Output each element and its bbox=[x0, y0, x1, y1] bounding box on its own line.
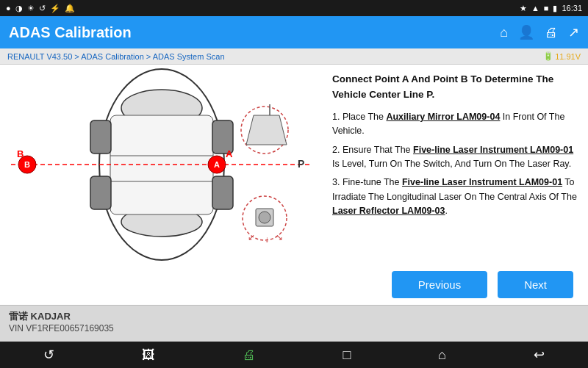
home-nav-icon[interactable]: ⌂ bbox=[438, 347, 446, 363]
step-2: 2. Ensure That The Five-line Laser Instr… bbox=[332, 143, 579, 172]
battery-voltage: 🔋 11.91V bbox=[543, 51, 581, 61]
status-icons-right: ★ ▲ ■ ▮ 16:31 bbox=[520, 4, 582, 13]
app-header: ADAS Calibration ⌂ 👤 🖨 ↗ bbox=[0, 16, 588, 48]
breadcrumb-text: RENAULT V43.50 > ADAS Calibration > ADAS… bbox=[7, 52, 225, 61]
home-icon[interactable]: ⌂ bbox=[500, 25, 508, 40]
svg-text:↘: ↘ bbox=[276, 232, 283, 242]
vehicle-info-panel: 雷诺 KADJAR VIN VF1RFE00657169035 bbox=[0, 305, 588, 342]
print-icon[interactable]: 🖨 bbox=[545, 25, 558, 40]
print-nav-icon[interactable]: 🖨 bbox=[243, 347, 256, 363]
app-icon-3: ☀ bbox=[27, 4, 35, 13]
battery-icon: ▮ bbox=[553, 4, 557, 13]
main-content: A A B B P ↙ bbox=[0, 65, 588, 264]
status-icons-left: ● ◑ ☀ ↺ ⚡ 🔔 bbox=[6, 4, 75, 13]
voltage-value: 11.91V bbox=[555, 52, 581, 61]
next-button[interactable]: Next bbox=[498, 271, 573, 298]
app-icon-2: ◑ bbox=[15, 4, 23, 13]
app-icon-1: ● bbox=[6, 4, 11, 12]
svg-text:A: A bbox=[226, 148, 233, 159]
breadcrumb: RENAULT V43.50 > ADAS Calibration > ADAS… bbox=[0, 48, 588, 65]
svg-marker-19 bbox=[246, 115, 287, 145]
navigation-buttons: Previous Next bbox=[0, 264, 588, 305]
svg-rect-9 bbox=[212, 176, 233, 209]
app-icon-4: ↺ bbox=[39, 4, 46, 13]
image-nav-icon[interactable]: 🖼 bbox=[142, 347, 155, 363]
instructions-panel: Connect Point A And Point B To Determine… bbox=[323, 65, 588, 264]
step-1: 1. Place The Auxiliary Mirror LAM09-04 I… bbox=[332, 110, 579, 139]
signal-icon: ■ bbox=[544, 4, 549, 12]
step-3: 3. Fine-tune The Five-line Laser Instrum… bbox=[332, 176, 579, 218]
svg-point-23 bbox=[259, 212, 270, 223]
bottom-navigation[interactable]: ↺ 🖼 🖨 □ ⌂ ↩ bbox=[0, 342, 588, 368]
svg-text:↓: ↓ bbox=[265, 234, 269, 245]
svg-text:B: B bbox=[17, 148, 24, 159]
bluetooth-icon: ★ bbox=[520, 4, 527, 13]
app-title: ADAS Calibration bbox=[9, 24, 132, 41]
svg-rect-7 bbox=[90, 176, 111, 209]
export-icon[interactable]: ↗ bbox=[568, 24, 579, 40]
diagram-panel: A A B B P ↙ bbox=[0, 65, 323, 264]
app-icon-5: ⚡ bbox=[50, 4, 60, 13]
time-display: 16:31 bbox=[562, 4, 582, 12]
square-nav-icon[interactable]: □ bbox=[343, 347, 351, 363]
refresh-nav-icon[interactable]: ↺ bbox=[43, 347, 54, 363]
status-bar: ● ◑ ☀ ↺ ⚡ 🔔 ★ ▲ ■ ▮ 16:31 bbox=[0, 0, 588, 16]
app-icon-6: 🔔 bbox=[65, 4, 75, 13]
wifi-icon: ▲ bbox=[531, 4, 539, 12]
svg-text:P: P bbox=[298, 158, 304, 170]
battery-status-icon: 🔋 bbox=[543, 51, 553, 61]
header-icon-group: ⌂ 👤 🖨 ↗ bbox=[500, 24, 579, 40]
svg-text:B: B bbox=[24, 160, 30, 169]
instructions-title: Connect Point A And Point B To Determine… bbox=[332, 72, 579, 103]
vehicle-vin: VIN VF1RFE00657169035 bbox=[9, 323, 579, 333]
svg-text:A: A bbox=[214, 160, 220, 169]
svg-text:↙: ↙ bbox=[248, 232, 255, 242]
back-nav-icon[interactable]: ↩ bbox=[534, 347, 545, 363]
car-diagram: A A B B P ↙ bbox=[4, 68, 320, 262]
user-icon[interactable]: 👤 bbox=[518, 24, 534, 40]
previous-button[interactable]: Previous bbox=[392, 271, 487, 298]
vehicle-name: 雷诺 KADJAR bbox=[9, 310, 579, 323]
svg-rect-6 bbox=[90, 120, 111, 154]
